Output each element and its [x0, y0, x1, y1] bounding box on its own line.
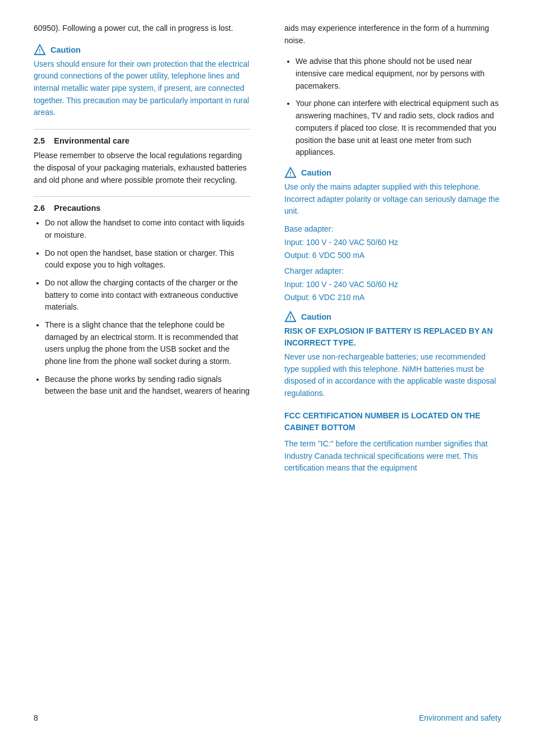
section-26-block: 2.6 Precautions Do not allow the handset… [34, 204, 251, 398]
fcc-block: FCC CERTIFICATION NUMBER IS LOCATED ON T… [284, 410, 501, 474]
base-input: Input: 100 V - 240 VAC 50/60 Hz [284, 237, 501, 249]
section-25-heading: 2.5 Environmental care [34, 136, 251, 145]
base-adapter-label: Base adapter: [284, 223, 501, 236]
divider-2 [34, 196, 251, 197]
caution-1-header: ! Caution [34, 44, 251, 56]
divider-1 [34, 129, 251, 130]
caution-3-text: Never use non-rechargeable batteries; us… [284, 351, 501, 400]
caution-1-text: Users should ensure for their own protec… [34, 58, 251, 119]
caution-1-label: Caution [50, 45, 81, 54]
page-container: 60950). Following a power cut, the call … [0, 0, 535, 756]
section-25-number: 2.5 [34, 136, 45, 145]
footer-section-title: Environment and safety [419, 713, 501, 722]
caution-1-icon: ! [34, 44, 46, 56]
section-26-number: 2.6 [34, 204, 45, 213]
svg-text:!: ! [39, 48, 40, 54]
charger-input: Input: 100 V - 240 VAC 50/60 Hz [284, 279, 501, 291]
right-bullet-list: We advise that this phone should not be … [284, 56, 501, 159]
intro-text: 60950). Following a power cut, the call … [34, 24, 233, 33]
section-25-title: Environmental care [54, 136, 130, 145]
section-25-text: Please remember to observe the local reg… [34, 150, 251, 186]
list-item: Do not allow the charging contacts of th… [45, 277, 251, 314]
caution-2-label: Caution [301, 168, 331, 177]
caution-3-label: Caution [301, 312, 331, 321]
list-item: Because the phone works by sending radio… [45, 374, 251, 398]
caution-3-icon: ! [284, 311, 297, 323]
list-item: Do not allow the handset to come into co… [45, 217, 251, 241]
caution-2-text: Use only the mains adapter supplied with… [284, 181, 501, 218]
list-item: Your phone can interfere with electrical… [296, 98, 501, 158]
svg-text:!: ! [289, 170, 291, 177]
section-26-title: Precautions [54, 204, 100, 213]
section-25-block: 2.5 Environmental care Please remember t… [34, 136, 251, 186]
caution-3-block: ! Caution RISK OF EXPLOSION IF BATTERY I… [284, 311, 501, 400]
list-item: Do not open the handset, base station or… [45, 247, 251, 271]
caution-3-header: ! Caution [284, 311, 501, 323]
fcc-text: The term "IC:" before the certification … [284, 438, 501, 474]
fcc-heading: FCC CERTIFICATION NUMBER IS LOCATED ON T… [284, 410, 501, 434]
list-item: We advise that this phone should not be … [296, 56, 501, 92]
page-footer: 8 Environment and safety [34, 702, 501, 722]
caution-2-icon: ! [284, 167, 297, 179]
two-column-layout: 60950). Following a power cut, the call … [34, 22, 501, 702]
section-26-list: Do not allow the handset to come into co… [34, 217, 251, 398]
caution-2-header: ! Caution [284, 167, 501, 179]
caution-1-block: ! Caution Users should ensure for their … [34, 44, 251, 119]
right-column: aids may experience interference in the … [279, 22, 501, 702]
caution-2-block: ! Caution Use only the mains adapter sup… [284, 167, 501, 304]
list-item: There is a slight chance that the teleph… [45, 319, 251, 368]
left-column: 60950). Following a power cut, the call … [34, 22, 256, 702]
svg-text:!: ! [289, 315, 291, 321]
intro-text-block: 60950). Following a power cut, the call … [34, 22, 251, 35]
charger-adapter-label: Charger adapter: [284, 265, 501, 278]
section-26-heading: 2.6 Precautions [34, 204, 251, 213]
hearing-continues: aids may experience interference in the … [284, 22, 501, 47]
caution-3-caps: RISK OF EXPLOSION IF BATTERY IS REPLACED… [284, 325, 501, 349]
page-number: 8 [34, 713, 38, 722]
charger-output: Output: 6 VDC 210 mA [284, 292, 501, 304]
base-output: Output: 6 VDC 500 mA [284, 250, 501, 262]
